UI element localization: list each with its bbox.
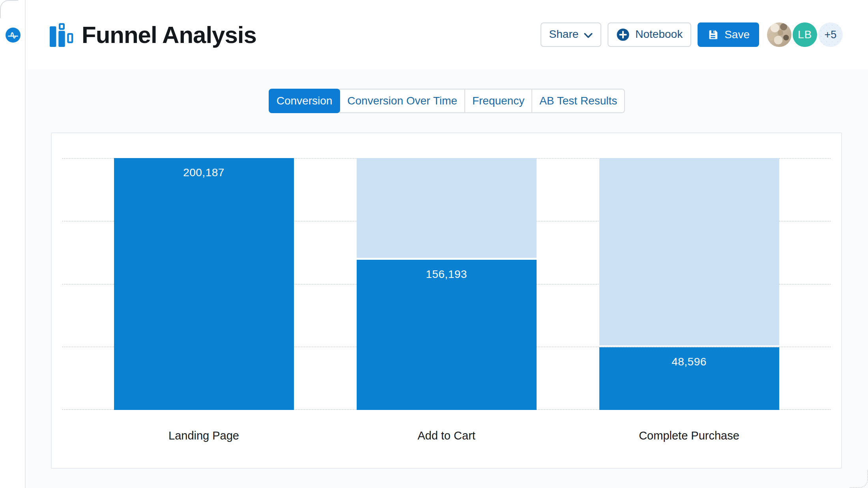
funnel-completed-segment[interactable]: 156,193	[357, 260, 537, 410]
save-floppy-icon	[707, 29, 719, 41]
header-actions: Share Notebook	[541, 22, 843, 47]
avatar-overflow-badge[interactable]: +5	[818, 22, 843, 47]
notebook-button-label: Notebook	[635, 28, 683, 41]
funnel-value-label: 200,187	[114, 166, 294, 179]
left-nav-rail	[0, 0, 26, 488]
funnel-column-landing-page[interactable]: 200,187	[114, 158, 294, 410]
plus-circle-icon	[616, 28, 630, 41]
funnel-value-label: 156,193	[357, 268, 537, 281]
funnel-chart-card: 200,187156,19348,596 Landing PageAdd to …	[51, 132, 842, 469]
tab-conversion[interactable]: Conversion	[269, 89, 340, 113]
tab-ab-test-results[interactable]: AB Test Results	[531, 89, 625, 113]
x-axis-label: Landing Page	[114, 429, 294, 442]
tab-bar: Conversion Conversion Over Time Frequenc…	[26, 69, 868, 113]
amplitude-logo-icon[interactable]	[6, 28, 21, 43]
header: Funnel Analysis Share	[26, 0, 868, 69]
funnel-remainder-segment[interactable]	[357, 158, 537, 258]
funnel-value-label: 48,596	[599, 356, 779, 368]
x-axis-label: Add to Cart	[357, 429, 537, 442]
tab-frequency[interactable]: Frequency	[464, 89, 532, 113]
x-axis-label: Complete Purchase	[599, 429, 779, 442]
funnel-completed-segment[interactable]: 48,596	[599, 347, 779, 410]
x-axis-labels: Landing PageAdd to CartComplete Purchase	[62, 429, 831, 442]
app-window: Funnel Analysis Share	[0, 0, 868, 488]
funnel-chart-icon	[49, 22, 74, 47]
notebook-button[interactable]: Notebook	[608, 22, 691, 47]
funnel-completed-segment[interactable]: 200,187	[114, 158, 294, 410]
title-group: Funnel Analysis	[49, 21, 256, 48]
save-button-label: Save	[724, 28, 750, 41]
main-area: Funnel Analysis Share	[26, 0, 868, 488]
funnel-remainder-segment[interactable]	[599, 158, 779, 345]
page-body: Conversion Conversion Over Time Frequenc…	[26, 69, 868, 488]
funnel-bars: 200,187156,19348,596	[62, 158, 831, 410]
avatar-stack: LB +5	[767, 22, 843, 47]
save-button[interactable]: Save	[698, 22, 759, 47]
user-avatar-initials[interactable]: LB	[793, 22, 817, 47]
tab-group: Conversion Conversion Over Time Frequenc…	[269, 89, 625, 113]
share-button-label: Share	[549, 28, 579, 41]
page-title: Funnel Analysis	[82, 21, 256, 48]
user-avatar-photo[interactable]	[767, 22, 791, 47]
share-button[interactable]: Share	[541, 22, 602, 47]
chevron-down-icon	[584, 28, 593, 41]
tab-conversion-over-time[interactable]: Conversion Over Time	[339, 89, 465, 113]
funnel-column-complete-purchase[interactable]: 48,596	[599, 158, 779, 410]
funnel-column-add-to-cart[interactable]: 156,193	[357, 158, 537, 410]
